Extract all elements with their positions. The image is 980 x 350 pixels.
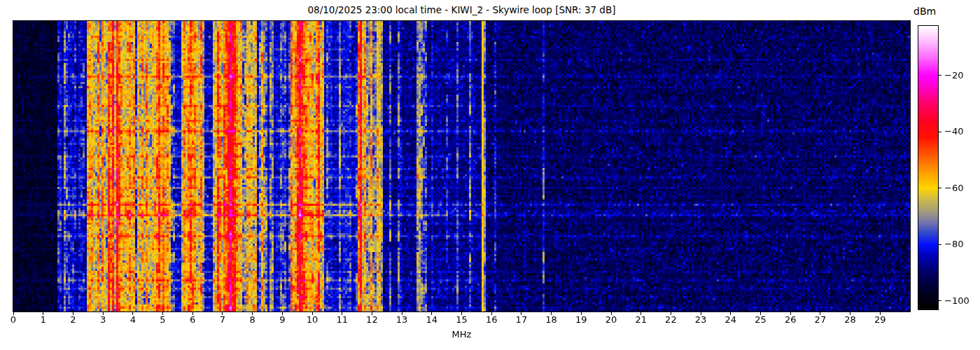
colorbar-tick-label: −40 (944, 126, 963, 136)
x-tick-label: 14 (421, 314, 442, 325)
x-tick-label: 26 (780, 314, 801, 325)
x-tick-label: 1 (33, 314, 54, 325)
colorbar-tick-label: −80 (944, 239, 963, 249)
x-tick-label: 12 (361, 314, 382, 325)
colorbar-tick-label: −60 (944, 183, 963, 193)
x-tick-label: 29 (869, 314, 890, 325)
x-tick-label: 28 (840, 314, 861, 325)
x-tick-label: 8 (242, 314, 263, 325)
figure-title: 08/10/2025 23:00 local time - KIWI_2 - S… (13, 4, 910, 15)
x-tick-label: 6 (182, 314, 203, 325)
x-tick-label: 22 (660, 314, 681, 325)
x-tick-label: 2 (62, 314, 83, 325)
colorbar-tick-label: −100 (944, 295, 969, 306)
x-tick-label: 27 (810, 314, 831, 325)
plot-frame (13, 20, 911, 312)
x-tick-label: 10 (302, 314, 323, 325)
x-tick-label: 16 (481, 314, 502, 325)
colorbar-tick-mark (939, 244, 941, 245)
x-tick-label: 18 (541, 314, 562, 325)
x-tick-label: 25 (750, 314, 771, 325)
colorbar-tick-mark (939, 75, 941, 76)
x-tick-label: 24 (720, 314, 741, 325)
colorbar-unit-label: dBm (913, 6, 936, 17)
x-tick-label: 4 (122, 314, 144, 325)
colorbar-tick-mark (939, 188, 941, 188)
x-tick-label: 17 (511, 314, 532, 325)
colorbar-frame (918, 25, 939, 310)
colorbar-tick-label: −20 (944, 70, 963, 80)
x-tick-label: 7 (212, 314, 233, 325)
x-tick-label: 0 (3, 314, 24, 325)
x-tick-label: 21 (631, 314, 652, 325)
x-axis-label: MHz (13, 329, 910, 340)
x-tick-label: 9 (272, 314, 293, 325)
x-tick-label: 5 (153, 314, 174, 325)
x-tick-label: 15 (451, 314, 472, 325)
x-tick-label: 23 (690, 314, 711, 325)
colorbar-tick-mark (939, 300, 941, 301)
x-tick-label: 11 (332, 314, 353, 325)
x-tick-label: 20 (601, 314, 622, 325)
x-tick-label: 3 (92, 314, 113, 325)
x-tick-label: 13 (391, 314, 412, 325)
x-tick-label: 19 (570, 314, 592, 325)
waterfall-figure: 08/10/2025 23:00 local time - KIWI_2 - S… (0, 0, 980, 350)
colorbar-tick-mark (939, 132, 941, 132)
